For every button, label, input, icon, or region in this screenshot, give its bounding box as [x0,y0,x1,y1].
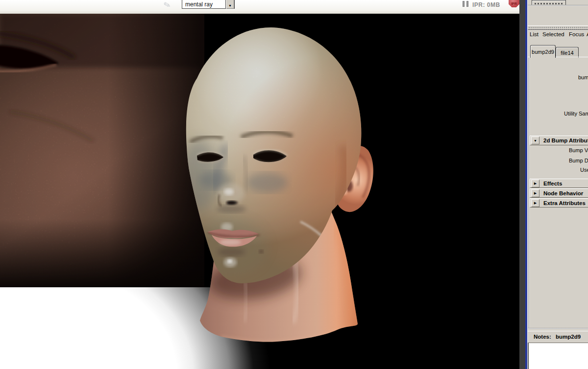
tab-bump2d9[interactable]: bump2d9 [530,45,556,58]
utility-sample-label: Utility Sample [564,111,588,116]
splitter-handle-dots[interactable] [528,25,588,30]
use-as-label: Use As [580,167,588,173]
attribute-editor-panel: List Selected Focus Attributes bump2d9 f… [527,0,588,369]
notes-node-name: bump2d9 [556,334,581,340]
renderer-select[interactable]: mental ray ▼ [182,0,235,9]
section-effects[interactable]: ▶ Effects [530,179,588,188]
menu-selected[interactable]: Selected [542,31,564,37]
section-2d-bump-attributes[interactable]: ▼ 2d Bump Attributes [530,136,588,145]
menu-list[interactable]: List [530,31,539,37]
notes-label: Notes: [534,334,551,340]
chevron-down-icon[interactable]: ▼ [225,0,234,9]
collapse-arrow-icon[interactable]: ▼ [531,137,539,144]
notes-header: Notes: bump2d9 [528,331,588,343]
section-node-behavior[interactable]: ▶ Node Behavior [530,188,588,198]
notes-divider [528,328,588,329]
pause-icon[interactable] [463,1,469,7]
bump-depth-label: Bump Depth [569,158,588,163]
clipped-tab-label [535,3,563,4]
render-tool-icon: ✎ [163,0,172,11]
expand-arrow-icon[interactable]: ▶ [531,180,539,187]
bump-value-label: Bump Value [569,147,588,153]
node-name-label: bump2d: [578,74,588,80]
ipr-stop-icon[interactable]: IPR [509,0,519,7]
tab-file14[interactable]: file14 [556,47,579,58]
panel-divider [528,5,588,6]
render-view-toolbar: ✎ mental ray ▼ IPR: 0MB IPR [0,0,519,14]
head-render [0,14,519,369]
expand-arrow-icon[interactable]: ▶ [531,199,539,207]
renderer-value: mental ray [182,0,225,8]
notes-textarea[interactable] [528,343,588,369]
section-extra-attributes[interactable]: ▶ Extra Attributes [530,198,588,208]
panel-top-tab[interactable] [532,0,566,5]
menu-focus[interactable]: Focus [569,31,584,37]
expand-arrow-icon[interactable]: ▶ [531,189,539,197]
render-view-canvas[interactable] [0,14,519,369]
ipr-status-text: IPR: 0MB [472,1,500,8]
pane-splitter[interactable] [519,0,527,369]
